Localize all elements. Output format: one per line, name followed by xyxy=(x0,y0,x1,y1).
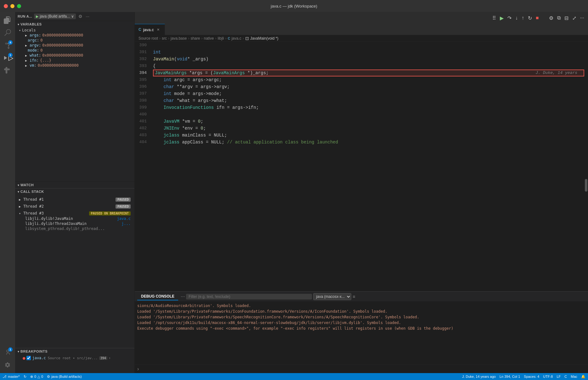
console-lang-select[interactable]: java (macosx-x... xyxy=(313,293,351,300)
activity-icon-accounts[interactable]: 1 xyxy=(2,347,13,358)
continue-button[interactable]: ▶ xyxy=(499,14,505,22)
thread-1-header[interactable]: ▶ Thread #1 PAUSED xyxy=(18,197,132,202)
editor-content[interactable]: 390 391 392 393 394 395 396 397 398 399 … xyxy=(135,42,588,291)
breakpoints-title: BREAKPOINTS xyxy=(20,349,48,353)
breakpoints-header[interactable]: ▾ BREAKPOINTS xyxy=(15,348,134,355)
var-item-vm[interactable]: ▶ vm : 0x0000000000000000 xyxy=(18,63,134,68)
variables-section-header[interactable]: ▾ VARIABLES xyxy=(15,21,134,27)
call-stack-panel: ▾ CALL STACK ▶ Thread #1 PAUSED xyxy=(15,188,134,373)
status-os[interactable]: Mac xyxy=(571,375,577,378)
token-int-395: int xyxy=(164,76,172,83)
watch-section-header[interactable]: ▾ WATCH xyxy=(15,182,134,188)
var-item-ifn[interactable]: ▶ ifn : {...} xyxy=(18,58,134,63)
thread-3-header[interactable]: ▾ Thread #3 PAUSED ON BREAKPOINT xyxy=(18,210,132,216)
status-build[interactable]: ⚙ java (Build artifacts) xyxy=(47,375,82,379)
step-out-button[interactable]: ↑ xyxy=(520,14,525,22)
settings-editor-button[interactable]: ⚙ xyxy=(548,14,555,22)
var-item-argc[interactable]: argc : 0 xyxy=(18,38,134,43)
var-item-mode[interactable]: mode : 0 xyxy=(18,48,134,53)
breadcrumb-java-base[interactable]: java.base xyxy=(171,36,187,41)
status-notifications[interactable]: 🔔 xyxy=(581,375,585,379)
status-author[interactable]: J. Duke, 14 years ago xyxy=(462,375,496,378)
code-area[interactable]: int JavaMain(void* _args) { ▶ JavaMainAr… xyxy=(150,42,584,291)
argv-chevron: ▶ xyxy=(25,44,27,47)
breadcrumb-source-root[interactable]: Source root xyxy=(139,36,158,41)
bottom-tab-more[interactable]: ··· xyxy=(181,294,185,299)
token-type-394: JavaMainArgs xyxy=(155,70,187,76)
activity-icon-run-debug[interactable]: ▷ 1 xyxy=(2,52,13,64)
activity-icon-explorer[interactable] xyxy=(2,14,13,26)
var-item-argv[interactable]: ▶ argv : 0x0000000000000000 xyxy=(18,43,134,48)
status-spaces[interactable]: Spaces: 4 xyxy=(524,375,539,378)
status-eol[interactable]: LF xyxy=(557,375,561,378)
activity-icon-search[interactable] xyxy=(2,27,13,38)
status-errors[interactable]: ⊗ 0 △ 0 xyxy=(30,375,43,379)
var-value-argv: 0x0000000000000000 xyxy=(42,43,83,48)
tab-java-c[interactable]: C java.c ✕ xyxy=(135,24,165,35)
status-branch-name: master* xyxy=(8,375,20,378)
thread-1-badge: PAUSED xyxy=(116,198,131,202)
maximize-button[interactable] xyxy=(17,4,21,8)
focus-button[interactable]: ⤢ xyxy=(571,14,578,22)
breadcrumb-src[interactable]: src xyxy=(162,36,167,41)
breadcrumb-sep-5: › xyxy=(215,36,216,41)
call-stack-chevron: ▾ xyxy=(18,190,19,193)
status-encoding[interactable]: UTF-8 xyxy=(543,375,553,378)
console-lines-button[interactable]: ≡ xyxy=(353,294,355,299)
layout-button[interactable]: ⧉ xyxy=(556,14,562,22)
breakpoint-java-c[interactable]: ● java.c Source root • src/jav... 394 › xyxy=(15,355,134,361)
token-semi-401: ; xyxy=(201,118,203,125)
code-line-394: ▶ JavaMainArgs *args = (JavaMainArgs *)_… xyxy=(153,70,584,76)
frame-javamain[interactable]: libjli.dylib!JavaMain java.c xyxy=(18,216,132,221)
status-spaces-text: Spaces: 4 xyxy=(524,375,539,378)
breakpoint-checkbox[interactable] xyxy=(26,356,31,360)
breakpoint-arrow: › xyxy=(109,356,111,360)
tab-close-button[interactable]: ✕ xyxy=(156,27,161,32)
var-item-what[interactable]: ▶ what : 0x0000000000000000 xyxy=(18,53,134,58)
breadcrumb-libjli[interactable]: libjli xyxy=(218,36,224,41)
thread-2-header[interactable]: ▶ Thread #2 PAUSED xyxy=(18,204,132,209)
frame-pthread[interactable]: libsystem_pthread.dylib!_pthread... xyxy=(18,226,132,231)
step-over-button[interactable]: ↷ xyxy=(506,14,513,22)
token-op-398: *what = args->what; xyxy=(174,97,227,104)
breadcrumb-java-c[interactable]: java.c xyxy=(231,36,241,41)
token-op-403: mainClass = NULL; xyxy=(179,132,227,139)
var-item-args[interactable]: ▶ args : 0x0000000000000000 xyxy=(18,33,134,38)
token-fn-392: JavaMain xyxy=(153,56,174,63)
split-editor-button[interactable]: ⊟ xyxy=(563,14,570,22)
line-num-402: 402 xyxy=(135,125,147,132)
step-into-button[interactable]: ↓ xyxy=(514,14,519,22)
call-stack-header[interactable]: ▾ CALL STACK xyxy=(15,188,134,195)
status-branch[interactable]: ⎇ master* xyxy=(3,375,20,379)
close-button[interactable] xyxy=(4,4,8,8)
activity-icon-extensions[interactable] xyxy=(2,65,13,76)
editor-scrollbar[interactable] xyxy=(584,42,588,291)
more-editor-button[interactable]: ··· xyxy=(579,14,585,22)
activity-icon-source-control[interactable]: 4 xyxy=(2,40,13,51)
status-position[interactable]: Ln 394, Col 1 xyxy=(500,375,520,378)
thread-2-chevron: ▶ xyxy=(19,205,21,208)
locals-header[interactable]: ▾ Locals xyxy=(18,28,134,33)
run-more-button[interactable]: ··· xyxy=(85,13,90,20)
breadcrumb-native[interactable]: native xyxy=(204,36,214,41)
line-numbers: 390 391 392 393 394 395 396 397 398 399 … xyxy=(135,42,150,291)
breadcrumb-function[interactable]: JavaMain(void *) xyxy=(250,36,278,41)
editor-area: ⠿ ▶ ↷ ↓ ↑ ↻ ■ ⚙ ⧉ ⊟ ⤢ ··· C java.c ✕ Sou… xyxy=(135,12,588,373)
status-sync[interactable]: ↻ xyxy=(24,375,26,379)
frame-threadjavamain[interactable]: libjli.dylib!ThreadJavaMain j... xyxy=(18,221,132,226)
console-filter-input[interactable] xyxy=(186,294,312,299)
run-gear-button[interactable]: ⚙ xyxy=(78,13,83,20)
debug-dots-button[interactable]: ⠿ xyxy=(491,14,497,22)
restart-button[interactable]: ↻ xyxy=(527,14,533,22)
token-num-402: 0 xyxy=(201,125,203,132)
breadcrumb-share[interactable]: share xyxy=(190,36,200,41)
activity-icon-settings[interactable] xyxy=(2,359,13,371)
run-config-button[interactable]: ▶ java (Build artifa... ∨ xyxy=(34,14,76,19)
tab-debug-console[interactable]: DEBUG CONSOLE xyxy=(137,293,178,300)
warning-count: 0 xyxy=(41,375,43,378)
console-input[interactable] xyxy=(140,367,585,371)
status-language[interactable]: C xyxy=(564,375,567,378)
line-num-396: 396 xyxy=(135,83,147,90)
stop-button[interactable]: ■ xyxy=(534,14,540,22)
minimize-button[interactable] xyxy=(10,4,14,8)
